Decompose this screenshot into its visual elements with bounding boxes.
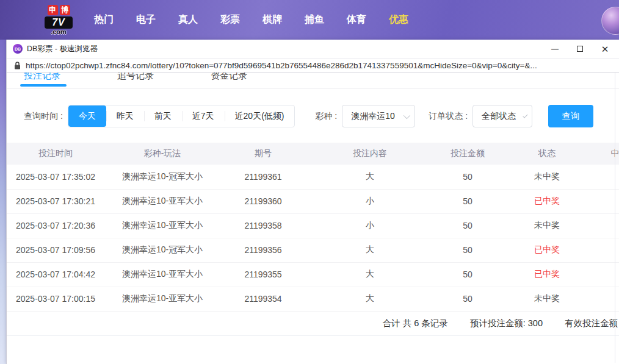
table-header-cell: 投注时间 [7,143,104,165]
cell-bet-time: 2025-03-07 17:20:36 [7,213,104,238]
cell-issue-number: 21199358 [220,213,306,238]
time-option[interactable]: 近20天(低频) [225,105,295,127]
nav-item[interactable]: 电子 [136,13,156,26]
table-header-row: 投注时间彩种-玩法期号投注内容投注金额状态中奖金额 [7,143,619,165]
nav-item[interactable]: 棋牌 [262,13,282,26]
bet-records-table-wrap: 投注时间彩种-玩法期号投注内容投注金额状态中奖金额 2025-03-07 17:… [7,143,619,312]
cell-bet-amount: 50 [434,262,501,287]
cell-status: 已中奖 [501,238,593,262]
table-row: 2025-03-07 17:35:02澳洲幸运10-冠军大小21199361大5… [7,165,619,189]
maximize-icon[interactable] [576,45,584,53]
site-top-nav: 申 博 7V .com 热门电子真人彩票棋牌捕鱼体育优惠 [0,0,619,40]
table-row: 2025-03-07 17:20:36澳洲幸运10-亚军大小21199358小5… [7,213,619,238]
order-status-value: 全部状态 [482,111,516,122]
lottery-filter-label: 彩种 : [315,111,337,122]
time-option[interactable]: 今天 [68,105,106,127]
summary-valid-amount: 有效投注金额 [565,318,618,329]
chevron-down-icon [404,112,410,118]
time-filter-label: 查询时间 : [24,111,63,122]
cell-issue-number: 21199360 [220,189,306,213]
cell-bet-amount: 50 [434,165,501,189]
time-option[interactable]: 昨天 [106,105,144,127]
table-row: 2025-03-07 17:00:15澳洲幸运10-亚军大小21199354大5… [7,287,619,311]
cell-status: 未中奖 [501,165,593,189]
nav-item[interactable]: 体育 [347,13,366,26]
table-header-cell: 中奖金额 [593,143,619,165]
nav-item[interactable]: 彩票 [220,13,240,26]
nav-item[interactable]: 真人 [178,13,198,26]
time-option[interactable]: 近7天 [182,105,225,127]
lottery-select[interactable]: 澳洲幸运10 [342,105,415,127]
cell-bet-time: 2025-03-07 17:09:56 [7,238,104,262]
cell-game-play: 澳洲幸运10-亚军大小 [104,262,220,287]
table-header-cell: 状态 [501,143,593,165]
cell-bet-time: 2025-03-07 17:35:02 [7,165,104,189]
cell-bet-amount: 50 [434,287,501,311]
cell-bet-amount: 50 [434,189,501,213]
cell-issue-number: 21199356 [220,238,306,262]
cell-win-amount [593,262,619,287]
cell-bet-content: 大 [306,262,434,287]
nav-item[interactable]: 优惠 [389,13,408,26]
cell-issue-number: 21199354 [220,287,306,311]
browser-url-bar[interactable]: https://ctop02pchwp1.zfnc84.com/lottery/… [7,58,619,73]
tab[interactable]: 追号记录 [117,73,154,82]
tab-active[interactable]: 投注记录 [24,73,60,82]
record-tabs: 投注记录追号记录资金记录 [7,73,619,89]
cell-bet-content: 大 [306,238,434,262]
nav-item[interactable]: 捕鱼 [305,13,324,26]
cell-bet-content: 小 [306,189,434,213]
cell-status: 已中奖 [501,189,593,213]
cell-game-play: 澳洲幸运10-冠军大小 [104,165,220,189]
minimize-icon[interactable]: — [551,45,559,53]
cell-win-amount [593,189,619,213]
cell-bet-content: 小 [306,213,434,238]
cell-win-amount [593,287,619,311]
chevron-down-icon [523,113,527,118]
time-option[interactable]: 前天 [144,105,182,127]
user-avatar[interactable] [601,7,619,35]
cell-win-amount [593,165,619,189]
table-header-cell: 期号 [220,143,306,165]
cell-game-play: 澳洲幸运10-冠军大小 [104,238,220,262]
cell-bet-time: 2025-03-07 17:30:21 [7,189,104,213]
cell-status: 未中奖 [501,213,593,238]
summary-bar: 合计 共 6 条记录 预计投注金额: 300 有效投注金额 [7,312,619,336]
table-row: 2025-03-07 17:09:56澳洲幸运10-冠军大小21199356大5… [7,238,619,262]
browser-titlebar: DB DB彩票 - 极速浏览器 — ✕ [7,40,619,58]
summary-total-records: 合计 共 6 条记录 [383,318,448,329]
cell-game-play: 澳洲幸运10-亚军大小 [104,287,220,311]
logo-main-text: 7V [45,16,73,29]
search-button[interactable]: 查询 [548,105,593,127]
cell-status: 未中奖 [501,287,593,311]
cell-bet-amount: 50 [434,238,501,262]
nav-item[interactable]: 热门 [94,13,114,26]
window-controls: — ✕ [551,45,609,53]
lottery-records-page: 投注记录追号记录资金记录 查询时间 : 今天昨天前天近7天近20天(低频) 彩种… [7,73,619,363]
lottery-select-value: 澳洲幸运10 [351,111,395,122]
table-header-cell: 投注内容 [306,143,434,165]
browser-favicon: DB [13,44,23,54]
window-title: DB彩票 - 极速浏览器 [27,44,551,54]
cell-issue-number: 21199355 [220,262,306,287]
tab[interactable]: 资金记录 [211,73,247,82]
browser-window: DB DB彩票 - 极速浏览器 — ✕ https://ctop02pchwp1… [6,40,619,364]
close-icon[interactable]: ✕ [601,45,609,53]
status-filter-label: 订单状态 : [429,111,468,122]
cell-win-amount [593,238,619,262]
logo-badges: 申 博 [48,5,70,15]
table-row: 2025-03-07 17:30:21澳洲幸运10-亚军大小21199360小5… [7,189,619,213]
time-filter-group: 今天昨天前天近7天近20天(低频) [68,105,295,127]
cell-bet-content: 大 [306,165,434,189]
logo-badge-bo: 博 [60,5,70,15]
summary-expected-amount: 预计投注金额: 300 [470,318,543,329]
logo-badge-shen: 申 [48,5,58,15]
order-status-select[interactable]: 全部状态 [472,105,532,127]
cell-bet-amount: 50 [434,213,501,238]
table-row: 2025-03-07 17:04:42澳洲幸运10-亚军大小21199355大5… [7,262,619,287]
site-nav-items: 热门电子真人彩票棋牌捕鱼体育优惠 [94,13,408,26]
lock-icon [14,62,21,70]
site-logo[interactable]: 申 博 7V .com [42,5,76,35]
cell-game-play: 澳洲幸运10-亚军大小 [104,189,220,213]
record-tabs-list: 投注记录追号记录资金记录 [24,73,619,82]
